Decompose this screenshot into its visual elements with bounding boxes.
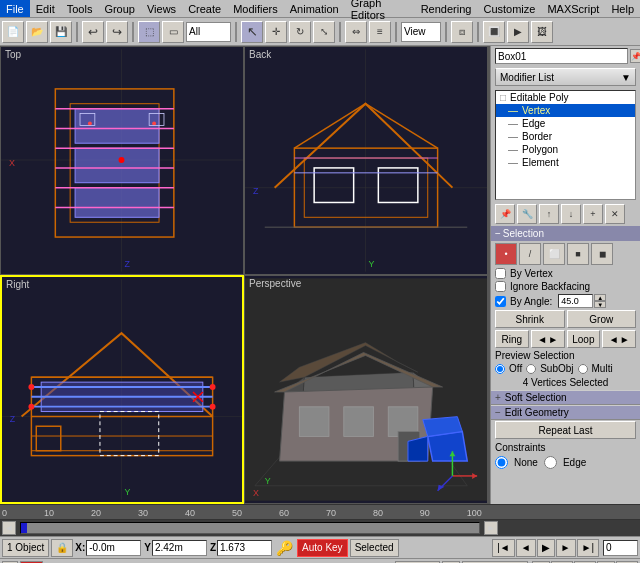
- undo-btn[interactable]: ↩: [82, 21, 104, 43]
- edit-geometry-header[interactable]: − Edit Geometry: [491, 405, 640, 420]
- viewport-top[interactable]: Top: [0, 46, 244, 275]
- preview-multi-radio[interactable]: [578, 364, 588, 374]
- auto-key-btn[interactable]: Auto Key: [297, 539, 348, 557]
- modifier-editable-poly[interactable]: □ Editable Poly: [496, 91, 635, 104]
- modifier-element[interactable]: — Element: [496, 156, 635, 169]
- move-btn[interactable]: ✛: [265, 21, 287, 43]
- x-field[interactable]: -0.0m: [86, 540, 141, 556]
- constraint-edge-radio[interactable]: [544, 456, 557, 469]
- go-end-btn[interactable]: ►|: [577, 539, 600, 557]
- trackbar-arrow-left[interactable]: ◄: [2, 521, 16, 535]
- soft-selection-header[interactable]: + Soft Selection: [491, 390, 640, 405]
- time-position-field[interactable]: 0: [603, 540, 638, 556]
- select-btn[interactable]: ↖: [241, 21, 263, 43]
- prev-frame-btn[interactable]: ◄: [516, 539, 536, 557]
- element-subobj-btn[interactable]: ◼: [591, 243, 613, 265]
- by-vertex-checkbox[interactable]: [495, 268, 506, 279]
- border-subobj-btn[interactable]: ⬜: [543, 243, 565, 265]
- next-frame-btn[interactable]: ►: [556, 539, 576, 557]
- constraint-none-radio[interactable]: [495, 456, 508, 469]
- menu-edit[interactable]: Edit: [30, 0, 61, 17]
- open-btn[interactable]: 📂: [26, 21, 48, 43]
- play-btn[interactable]: ▶: [537, 539, 555, 557]
- modifier-polygon[interactable]: — Polygon: [496, 143, 635, 156]
- menu-tools[interactable]: Tools: [61, 0, 99, 17]
- menu-create[interactable]: Create: [182, 0, 227, 17]
- menu-help[interactable]: Help: [605, 0, 640, 17]
- render-setup-btn[interactable]: 🔳: [483, 21, 505, 43]
- modifier-up-btn[interactable]: ↑: [539, 204, 559, 224]
- preview-selection-label: Preview Selection: [495, 350, 574, 361]
- by-angle-value[interactable]: [558, 294, 593, 308]
- menu-customize[interactable]: Customize: [477, 0, 541, 17]
- modifier-vertex[interactable]: — Vertex: [496, 104, 635, 117]
- menu-animation[interactable]: Animation: [284, 0, 345, 17]
- viewport-perspective[interactable]: Perspective: [244, 275, 488, 504]
- rotate-btn[interactable]: ↻: [289, 21, 311, 43]
- menu-modifiers[interactable]: Modifiers: [227, 0, 284, 17]
- ring-arrow-btn[interactable]: ◄ ►: [531, 330, 565, 348]
- selected-btn[interactable]: Selected: [350, 539, 399, 557]
- viewport-right[interactable]: Right: [0, 275, 244, 504]
- grow-btn[interactable]: Grow: [567, 310, 637, 328]
- modifier-edge[interactable]: — Edge: [496, 117, 635, 130]
- loop-btn[interactable]: Loop: [567, 330, 601, 348]
- menu-group[interactable]: Group: [98, 0, 141, 17]
- reference-coord-dropdown[interactable]: View: [401, 22, 441, 42]
- modifier-border[interactable]: — Border: [496, 130, 635, 143]
- new-scene-btn[interactable]: 📄: [2, 21, 24, 43]
- objects-count-btn[interactable]: 1 Object: [2, 539, 49, 557]
- constraint-edge-label: Edge: [563, 457, 586, 468]
- modifier-delete-btn[interactable]: ✕: [605, 204, 625, 224]
- modifier-down-btn[interactable]: ↓: [561, 204, 581, 224]
- ring-btn[interactable]: Ring: [495, 330, 529, 348]
- render-frame-btn[interactable]: 🖼: [531, 21, 553, 43]
- selection-section-header[interactable]: − Selection: [491, 226, 640, 241]
- polygon-subobj-btn[interactable]: ■: [567, 243, 589, 265]
- align-btn[interactable]: ≡: [369, 21, 391, 43]
- svg-text:Y: Y: [265, 476, 271, 486]
- object-name-input[interactable]: [495, 48, 628, 64]
- modifier-list-dropdown[interactable]: Modifier List ▼: [495, 68, 636, 86]
- layer-manager-btn[interactable]: ⧈: [451, 21, 473, 43]
- lock-btn[interactable]: 🔒: [51, 539, 73, 557]
- by-angle-checkbox[interactable]: [495, 296, 506, 307]
- viewport-back[interactable]: Back: [244, 46, 488, 275]
- redo-btn[interactable]: ↪: [106, 21, 128, 43]
- select-region-btn[interactable]: ▭: [162, 21, 184, 43]
- repeat-last-btn[interactable]: Repeat Last: [495, 421, 636, 439]
- bottom-controls: ⊞ :ex Set Key ✓ Key Filters... ⊡ 🔍 ✋ ↻ ⬜: [0, 558, 640, 563]
- vertex-subobj-btn[interactable]: •: [495, 243, 517, 265]
- mirror-btn[interactable]: ⇔: [345, 21, 367, 43]
- trackbar-slider[interactable]: [20, 522, 480, 534]
- shrink-btn[interactable]: Shrink: [495, 310, 565, 328]
- modifier-stack[interactable]: □ Editable Poly — Vertex — Edge — Border…: [495, 90, 636, 200]
- menu-graph-editors[interactable]: Graph Editors: [345, 0, 415, 17]
- pin-button[interactable]: 📌: [630, 49, 640, 63]
- select-object-btn[interactable]: ⬚: [138, 21, 160, 43]
- loop-arrow-btn[interactable]: ◄ ►: [602, 330, 636, 348]
- trackbar-arrow-right[interactable]: ►: [484, 521, 498, 535]
- by-angle-down[interactable]: ▼: [594, 301, 606, 308]
- menu-file[interactable]: File: [0, 0, 30, 17]
- edge-subobj-btn[interactable]: /: [519, 243, 541, 265]
- selection-minus-icon: −: [495, 228, 501, 239]
- menu-views[interactable]: Views: [141, 0, 182, 17]
- trackbar-thumb[interactable]: [21, 523, 27, 533]
- preview-subobj-radio[interactable]: [526, 364, 536, 374]
- selection-filter-dropdown[interactable]: All: [186, 22, 231, 42]
- modifier-pin-btn[interactable]: 📌: [495, 204, 515, 224]
- preview-off-radio[interactable]: [495, 364, 505, 374]
- go-start-btn[interactable]: |◄: [492, 539, 515, 557]
- y-field[interactable]: 2.42m: [152, 540, 207, 556]
- save-btn[interactable]: 💾: [50, 21, 72, 43]
- menu-maxscript[interactable]: MAXScript: [541, 0, 605, 17]
- by-angle-up[interactable]: ▲: [594, 294, 606, 301]
- menu-rendering[interactable]: Rendering: [415, 0, 478, 17]
- scale-btn[interactable]: ⤡: [313, 21, 335, 43]
- modifier-add-btn[interactable]: +: [583, 204, 603, 224]
- z-field[interactable]: 1.673: [217, 540, 272, 556]
- render-btn[interactable]: ▶: [507, 21, 529, 43]
- ignore-backfacing-checkbox[interactable]: [495, 281, 506, 292]
- modifier-tools-btn[interactable]: 🔧: [517, 204, 537, 224]
